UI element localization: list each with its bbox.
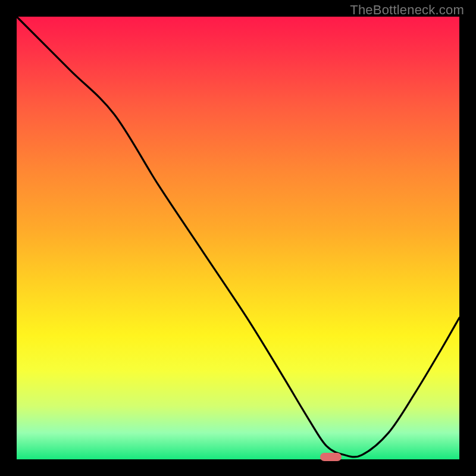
watermark-text: TheBottleneck.com: [350, 2, 464, 18]
bottleneck-chart: [17, 17, 459, 459]
bottleneck-curve-line: [17, 17, 459, 457]
optimal-marker: [320, 453, 342, 461]
